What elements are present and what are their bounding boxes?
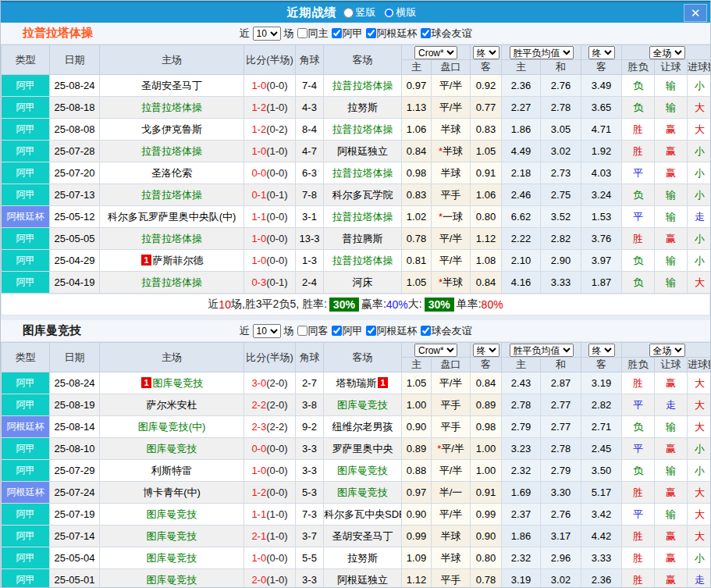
home-odds-cell: 0.98	[402, 162, 432, 184]
league-aj-checkbox[interactable]: 阿甲	[332, 27, 363, 41]
match-count-select[interactable]: 10	[253, 27, 281, 41]
final-mean-select[interactable]: 终	[588, 46, 615, 59]
record-summary: 近10场,胜3平2负5, 胜率:30% 赢率:40% 大:30% 单率:80%	[1, 294, 710, 315]
handicap-cell: *半球	[432, 141, 471, 162]
mean-away-cell: 3.24	[581, 184, 622, 206]
fulltime-score: 1-0	[251, 255, 266, 266]
match-type-cell: 阿甲	[2, 250, 50, 272]
col-odds-away: 客	[471, 358, 502, 372]
halftime-score: (0-0)	[266, 255, 287, 266]
handicap-cell: *平/半	[432, 438, 471, 460]
home-team-name: 图库曼竞技	[153, 377, 204, 389]
corner-cell: 3-3	[296, 569, 324, 588]
wdl-result-cell: 胜	[622, 141, 655, 162]
mean-home-cell: 3.19	[502, 569, 541, 588]
layout-horizontal-radio[interactable]: 横版	[384, 5, 417, 20]
away-team-name: 河床	[353, 276, 373, 288]
corner-cell: 2-7	[296, 372, 324, 394]
match-date-cell: 25-07-19	[50, 504, 100, 526]
final-odds-select[interactable]: 终	[473, 344, 499, 357]
league-aj-checkbox[interactable]: 阿甲	[332, 324, 363, 338]
mean-home-cell: 2.46	[502, 184, 541, 206]
odds-company-select[interactable]: Crow*	[414, 46, 457, 59]
section-bar: 图库曼竞技 近 10 场 同客 阿甲 阿根廷杯 球会友谊	[1, 320, 710, 342]
away-odds-cell: 0.77	[471, 97, 502, 119]
mean-select[interactable]: 胜平负均值	[510, 46, 574, 59]
mean-home-cell: 1.69	[502, 482, 541, 504]
same-home-checkbox[interactable]: 同主	[297, 27, 329, 41]
corner-cell: 13-3	[296, 228, 324, 250]
fulltime-score: 1-0	[251, 552, 266, 564]
wdl-result-cell: 负	[622, 250, 655, 272]
league-friendly-checkbox[interactable]: 球会友谊	[421, 324, 472, 338]
away-team-name: 纽维尔老男孩	[332, 421, 393, 433]
mean-away-cell: 5.17	[581, 482, 622, 504]
away-team-name: 拉普拉塔体操	[332, 123, 393, 135]
horizontal-radio-input[interactable]	[384, 8, 394, 18]
away-team-cell: 罗萨里奥中央	[324, 438, 402, 460]
home-team-name: 图库曼竞技	[147, 530, 197, 542]
mean-away-cell: 3.33	[581, 547, 622, 569]
fullmatch-header: 全场	[622, 45, 711, 60]
mean-home-cell: 3.23	[502, 438, 541, 460]
away-team-name: 拉普拉塔体操	[332, 211, 393, 223]
handicap-result-cell: 赢	[655, 482, 688, 504]
wdl-result-cell: 胜	[622, 372, 655, 394]
away-odds-cell: 0.80	[471, 547, 502, 569]
layout-vertical-radio[interactable]: 竖版	[343, 5, 376, 20]
col-goals: 进球数	[688, 358, 711, 372]
close-icon[interactable]: ✕	[684, 4, 707, 22]
home-team-name: 图库曼竞技	[147, 508, 197, 520]
vertical-radio-input[interactable]	[343, 8, 354, 18]
handicap-result-cell: 赢	[655, 547, 688, 569]
handicap-text: 半球	[441, 530, 461, 542]
window-titlebar: 近期战绩 竖版 横版 ✕	[1, 1, 710, 23]
halftime-score: (0-0)	[266, 211, 287, 223]
mean-draw-cell: 2.79	[541, 460, 581, 482]
away-team-cell: 图库曼竞技	[324, 460, 402, 482]
final-odds-select[interactable]: 终	[473, 46, 499, 59]
home-team-cell: 拉普拉塔体操	[100, 141, 244, 162]
final-mean-select[interactable]: 终	[588, 344, 615, 357]
col-corner: 角球	[296, 343, 324, 372]
corner-cell: 5-5	[296, 547, 324, 569]
handicap-cell: 平手	[432, 394, 471, 416]
corner-cell: 9-2	[296, 416, 324, 438]
home-team-name: 拉普拉塔体操	[141, 102, 202, 113]
summary-text: 10	[219, 298, 231, 311]
home-team-name: 圣洛伦索	[151, 167, 192, 179]
home-odds-cell: 0.89	[402, 438, 432, 460]
mean-select[interactable]: 胜平负均值	[510, 344, 574, 357]
match-date-cell: 25-05-01	[50, 569, 100, 588]
league-cup-checkbox[interactable]: 阿根廷杯	[366, 27, 418, 41]
handicap-text: 平/半	[439, 255, 463, 266]
table-row: 阿甲25-07-28拉普拉塔体操1-0(1-0)4-7阿根廷独立0.84*半球1…	[2, 141, 711, 162]
table-row: 阿甲25-04-19拉普拉塔体操0-3(0-1)2-4河床1.05*半球0.84…	[2, 272, 711, 294]
mean-away-cell: 3.49	[581, 75, 622, 97]
league-cup-checkbox[interactable]: 阿根廷杯	[366, 324, 418, 338]
handicap-text: 平手	[441, 574, 461, 586]
odds-company-select[interactable]: Crow*	[414, 344, 457, 357]
match-date-cell: 25-05-12	[50, 206, 100, 228]
same-away-checkbox[interactable]: 同客	[297, 324, 329, 338]
corner-cell: 3-8	[296, 394, 324, 416]
fulltime-score: 2-3	[251, 421, 266, 433]
home-team-name: 科尔多瓦罗萨里奥中央队(中)	[108, 211, 236, 223]
fulltime-score: 1-1	[251, 508, 266, 520]
home-odds-cell: 1.05	[402, 272, 432, 294]
match-count-select[interactable]: 10	[253, 324, 281, 338]
mean-home-cell: 2.32	[502, 460, 541, 482]
mean-home-cell: 2.43	[502, 372, 541, 394]
fullmatch-select[interactable]: 全场	[649, 46, 685, 59]
league-friendly-checkbox[interactable]: 球会友谊	[421, 27, 472, 41]
corner-cell: 3-3	[296, 460, 324, 482]
corner-cell: 3-7	[296, 526, 324, 547]
halftime-score: (1-0)	[266, 508, 287, 520]
home-team-cell: 图库曼竞技(中)	[100, 416, 244, 438]
handicap-cell: *一球	[432, 206, 471, 228]
fulltime-score: 1-0	[251, 80, 266, 91]
mean-away-cell: 3.76	[581, 228, 622, 250]
fullmatch-select[interactable]: 全场	[649, 344, 685, 357]
halftime-score: (0-0)	[266, 233, 287, 244]
mean-away-cell: 3.42	[581, 504, 622, 526]
